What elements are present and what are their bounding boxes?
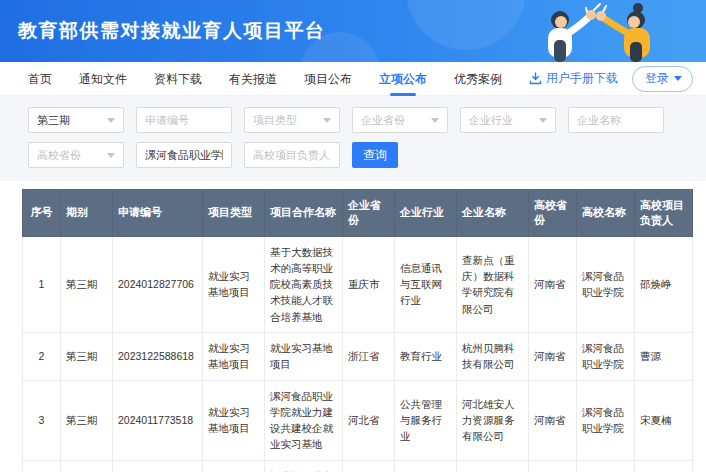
table-cell: 就业实习基地项目 bbox=[265, 333, 343, 381]
table-cell: 河南祥源信息科技有限公司 bbox=[457, 460, 529, 472]
table-cell: 河南省 bbox=[343, 460, 395, 472]
table-row: 2第三期2023122588618就业实习基地项目就业实习基地项目浙江省教育行业… bbox=[23, 333, 693, 381]
application-no-input[interactable] bbox=[136, 107, 232, 133]
chevron-down-icon bbox=[107, 118, 115, 123]
table-cell: 邵焕峥 bbox=[635, 460, 693, 472]
table-cell: 2024012909962 bbox=[113, 460, 203, 472]
table-cell: 就业实习基地项目 bbox=[203, 333, 265, 381]
enterprise-industry-placeholder: 企业行业 bbox=[469, 113, 513, 128]
column-header: 项目类型 bbox=[203, 190, 265, 237]
download-icon bbox=[529, 72, 542, 85]
period-select-value: 第三期 bbox=[37, 113, 70, 128]
table-cell: 2024012827706 bbox=[113, 236, 203, 332]
table-cell: 河南省 bbox=[529, 236, 577, 332]
nav-item-立项公布[interactable]: 立项公布 bbox=[379, 62, 427, 96]
nav-item-首页[interactable]: 首页 bbox=[28, 62, 52, 96]
table-cell: 河北省 bbox=[343, 380, 395, 460]
user-manual-download-link[interactable]: 用户手册下载 bbox=[529, 70, 618, 87]
enterprise-industry-select[interactable]: 企业行业 bbox=[460, 107, 556, 133]
login-label: 登录 bbox=[645, 70, 669, 87]
table-cell: 第三期 bbox=[61, 380, 113, 460]
table-cell: 河南省 bbox=[529, 380, 577, 460]
nav-items: 首页通知文件资料下载有关报道项目公布立项公布优秀案例 bbox=[28, 62, 502, 96]
search-button[interactable]: 查询 bbox=[352, 142, 398, 168]
table-cell: 漯河食品职业学院 bbox=[577, 333, 635, 381]
filter-panel: 第三期 项目类型 企业省份 企业行业 高校省份 查询 bbox=[0, 96, 706, 181]
university-name-input[interactable] bbox=[136, 142, 232, 168]
table-cell: 基于大数据技术的高等职业院校高素质技术技能人才联合培养基地 bbox=[265, 236, 343, 332]
nav-item-项目公布[interactable]: 项目公布 bbox=[304, 62, 352, 96]
column-header: 期别 bbox=[61, 190, 113, 237]
table-cell: 2023122588618 bbox=[113, 333, 203, 381]
table-cell: 信息通讯与互联网行业 bbox=[395, 460, 457, 472]
table-cell: 河南省 bbox=[529, 333, 577, 381]
table-cell: 杭州贝腾科技有限公司 bbox=[457, 333, 529, 381]
table-header-row: 序号期别申请编号项目类型项目合作名称企业省份企业行业企业名称高校省份高校名称高校… bbox=[23, 190, 693, 237]
table-cell: 就业实习基地项目 bbox=[203, 380, 265, 460]
table-cell: 查新点（重庆）数据科学研究院有限公司 bbox=[457, 236, 529, 332]
filter-row-2: 高校省份 查询 bbox=[28, 142, 678, 168]
chevron-down-icon bbox=[431, 118, 439, 123]
table-cell: 人力资源提升项目 bbox=[203, 460, 265, 472]
table-cell: 公共管理与服务行业 bbox=[395, 380, 457, 460]
highfive-illustration bbox=[498, 0, 698, 62]
university-leader-input[interactable] bbox=[244, 142, 340, 168]
university-province-placeholder: 高校省份 bbox=[37, 148, 81, 163]
table-cell: 漯河食品职业学院 bbox=[577, 460, 635, 472]
table-cell: 浙江省 bbox=[343, 333, 395, 381]
table-cell: 1 bbox=[23, 236, 61, 332]
table-cell: 第三期 bbox=[61, 333, 113, 381]
chevron-down-icon bbox=[674, 76, 682, 81]
chevron-down-icon bbox=[107, 153, 115, 158]
user-manual-download-label: 用户手册下载 bbox=[546, 70, 618, 87]
nav-item-有关报道[interactable]: 有关报道 bbox=[229, 62, 277, 96]
results-table-wrap: 序号期别申请编号项目类型项目合作名称企业省份企业行业企业名称高校省份高校名称高校… bbox=[0, 181, 706, 472]
table-cell: 漯河食品职业学院 bbox=[577, 380, 635, 460]
table-cell: 漯河食品职业学院就业力建设共建校企就业实习基地 bbox=[265, 380, 343, 460]
column-header: 高校省份 bbox=[529, 190, 577, 237]
table-cell: 2024011773518 bbox=[113, 380, 203, 460]
column-header: 申请编号 bbox=[113, 190, 203, 237]
table-row: 4第三期2024012909962人力资源提升项目河南祥源信息科技有限公司供需对… bbox=[23, 460, 693, 472]
column-header: 项目合作名称 bbox=[265, 190, 343, 237]
table-cell: 就业实习基地项目 bbox=[203, 236, 265, 332]
column-header: 序号 bbox=[23, 190, 61, 237]
chevron-down-icon bbox=[323, 118, 331, 123]
column-header: 企业省份 bbox=[343, 190, 395, 237]
table-cell: 第三期 bbox=[61, 460, 113, 472]
enterprise-province-select[interactable]: 企业省份 bbox=[352, 107, 448, 133]
university-province-select[interactable]: 高校省份 bbox=[28, 142, 124, 168]
login-button[interactable]: 登录 bbox=[632, 66, 693, 92]
table-body: 1第三期2024012827706就业实习基地项目基于大数据技术的高等职业院校高… bbox=[23, 236, 693, 472]
table-cell: 第三期 bbox=[61, 236, 113, 332]
table-cell: 漯河食品职业学院 bbox=[577, 236, 635, 332]
nav-item-通知文件[interactable]: 通知文件 bbox=[79, 62, 127, 96]
table-cell: 河南祥源信息科技有限公司供需对接定向人才培养培训项目 bbox=[265, 460, 343, 472]
enterprise-name-input[interactable] bbox=[568, 107, 664, 133]
table-cell: 曹源 bbox=[635, 333, 693, 381]
table-cell: 宋夏楠 bbox=[635, 380, 693, 460]
table-cell: 教育行业 bbox=[395, 333, 457, 381]
table-row: 3第三期2024011773518就业实习基地项目漯河食品职业学院就业力建设共建… bbox=[23, 380, 693, 460]
column-header: 企业行业 bbox=[395, 190, 457, 237]
filter-row-1: 第三期 项目类型 企业省份 企业行业 bbox=[28, 107, 678, 133]
table-cell: 4 bbox=[23, 460, 61, 472]
top-banner: 教育部供需对接就业育人项目平台 bbox=[0, 0, 706, 62]
column-header: 高校项目负责人 bbox=[635, 190, 693, 237]
nav-item-资料下载[interactable]: 资料下载 bbox=[154, 62, 202, 96]
project-type-select[interactable]: 项目类型 bbox=[244, 107, 340, 133]
table-cell: 3 bbox=[23, 380, 61, 460]
table-cell: 邵焕峥 bbox=[635, 236, 693, 332]
platform-title: 教育部供需对接就业育人项目平台 bbox=[18, 18, 326, 44]
table-cell: 信息通讯与互联网行业 bbox=[395, 236, 457, 332]
nav-item-优秀案例[interactable]: 优秀案例 bbox=[454, 62, 502, 96]
table-cell: 河北雄安人力资源服务有限公司 bbox=[457, 380, 529, 460]
chevron-down-icon bbox=[539, 118, 547, 123]
project-type-placeholder: 项目类型 bbox=[253, 113, 297, 128]
main-nav: 首页通知文件资料下载有关报道项目公布立项公布优秀案例 用户手册下载 登录 bbox=[0, 62, 706, 96]
column-header: 高校名称 bbox=[577, 190, 635, 237]
table-cell: 重庆市 bbox=[343, 236, 395, 332]
table-cell: 河南省 bbox=[529, 460, 577, 472]
column-header: 企业名称 bbox=[457, 190, 529, 237]
period-select[interactable]: 第三期 bbox=[28, 107, 124, 133]
